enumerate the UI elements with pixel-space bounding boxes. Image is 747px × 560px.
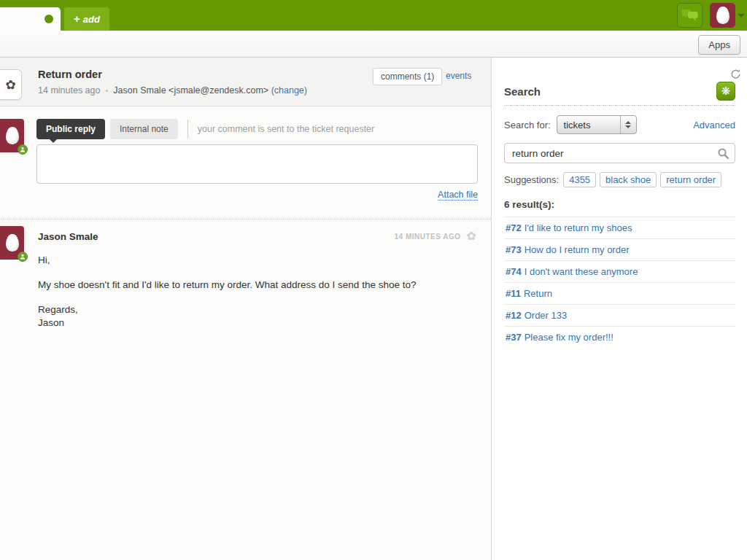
presence-badge-icon — [18, 144, 28, 155]
comment-author: Jason Smale — [38, 231, 98, 242]
result-row[interactable]: #11Return — [504, 282, 735, 304]
refresh-icon[interactable] — [730, 69, 741, 82]
result-id: #74 — [506, 266, 522, 277]
ticket-pane: ✿ Return order 14 minutes ago•Jason Smal… — [0, 58, 492, 560]
search-input-row — [504, 143, 735, 163]
result-title: I'd like to return my shoes — [525, 222, 632, 233]
search-app-header: Search ❋ — [504, 82, 735, 106]
search-type-select[interactable]: tickets — [557, 115, 637, 134]
result-row[interactable]: #73How do I return my order — [504, 238, 735, 260]
apps-button[interactable]: Apps — [698, 35, 740, 55]
add-tab-button[interactable]: +add — [64, 7, 109, 31]
events-tab[interactable]: events — [446, 71, 471, 81]
ticket-requester: Jason Smale <jsmale@zendesk.com> — [113, 85, 268, 96]
egg-avatar-icon — [6, 127, 19, 144]
comment-actions-gear-icon[interactable]: ✿ — [467, 230, 476, 242]
results-list: #72I'd like to return my shoes #73How do… — [504, 217, 735, 348]
search-input[interactable] — [504, 143, 735, 163]
comment-paragraph: Hi, — [38, 254, 476, 267]
comment-paragraph: Regards, Jason — [38, 303, 476, 330]
comments-tab[interactable]: comments (1) — [373, 68, 442, 85]
presence-badge-icon — [18, 252, 28, 262]
search-app-icon: ❋ — [716, 82, 735, 101]
comment-separator — [0, 219, 491, 219]
search-app-title: Search — [504, 85, 541, 98]
result-row[interactable]: #74I don't want these anymore — [504, 260, 735, 282]
result-id: #12 — [506, 310, 522, 321]
ticket-header: ✿ Return order 14 minutes ago•Jason Smal… — [0, 58, 491, 106]
result-title: Return — [524, 288, 552, 299]
comment-item: Jason Smale 14 MINUTES AGO ✿ Hi,My shoe … — [0, 226, 491, 330]
agent-avatar — [0, 119, 24, 152]
result-title: How do I return my order — [525, 244, 630, 255]
commenter-avatar — [0, 226, 24, 260]
search-icon[interactable] — [717, 147, 729, 163]
chat-button[interactable] — [677, 3, 703, 28]
reply-tabs: Public reply Internal note your comment … — [36, 119, 491, 139]
bullet-icon: • — [105, 86, 108, 95]
ticket-status-dot-icon — [44, 15, 53, 23]
suggestions-row: Suggestions: 4355black shoereturn order — [504, 172, 735, 187]
ticket-title: Return order — [38, 69, 102, 80]
gear-icon: ✿ — [5, 79, 15, 91]
result-row[interactable]: #12Order 133 — [504, 304, 735, 326]
result-row[interactable]: #37Please fix my order!!! — [504, 326, 735, 348]
public-reply-tab[interactable]: Public reply — [36, 119, 105, 139]
result-id: #72 — [506, 222, 522, 233]
advanced-search-link[interactable]: Advanced — [693, 120, 735, 131]
comment-timestamp: 14 MINUTES AGO — [395, 233, 461, 241]
tab-divider — [187, 120, 188, 139]
egg-avatar-icon — [6, 234, 19, 252]
result-id: #37 — [506, 332, 522, 343]
internal-note-tab[interactable]: Internal note — [110, 119, 178, 139]
comment-header: Jason Smale 14 MINUTES AGO ✿ — [38, 226, 476, 242]
suggestions-label: Suggestions: — [504, 174, 559, 185]
plus-icon: + — [74, 12, 80, 25]
comment-paragraph: My shoe doesn't fit and I'd like to retu… — [38, 279, 476, 292]
attach-file-link[interactable]: Attach file — [438, 190, 478, 201]
attach-row: Attach file — [36, 187, 478, 201]
active-ticket-tab[interactable] — [0, 7, 61, 31]
add-tab-label: add — [83, 14, 100, 25]
top-bar: +add — [0, 0, 747, 31]
search-type-value: tickets — [557, 120, 620, 131]
secondary-toolbar: Apps — [0, 31, 747, 58]
suggestion-chip[interactable]: 4355 — [563, 172, 596, 187]
result-title: Order 133 — [525, 310, 568, 321]
reply-hint: your comment is sent to the ticket reque… — [198, 124, 374, 134]
result-row[interactable]: #72I'd like to return my shoes — [504, 217, 735, 238]
results-count: 6 result(s): — [504, 199, 735, 210]
user-menu-caret-icon[interactable] — [738, 14, 745, 18]
result-id: #73 — [506, 244, 522, 255]
search-for-label: Search for: — [504, 120, 551, 131]
suggestion-chip[interactable]: black shoe — [600, 172, 657, 187]
change-requester-link[interactable]: (change) — [271, 85, 307, 96]
select-arrows-icon — [620, 116, 636, 133]
search-for-row: Search for: tickets Advanced — [504, 115, 735, 134]
egg-avatar-icon — [716, 7, 729, 24]
chat-bubbles-icon — [681, 9, 698, 22]
reply-editor: Public reply Internal note your comment … — [0, 119, 491, 201]
ticket-meta: 14 minutes ago•Jason Smale <jsmale@zende… — [38, 85, 307, 96]
result-title: Please fix my order!!! — [525, 332, 614, 343]
result-id: #11 — [506, 288, 521, 299]
suggestion-chip[interactable]: return order — [660, 172, 721, 187]
ticket-settings-button[interactable]: ✿ — [0, 69, 22, 100]
comment-textarea[interactable] — [36, 144, 478, 184]
apps-sidebar: Search ❋ Search for: tickets Advanced Su… — [492, 58, 747, 560]
ticket-time: 14 minutes ago — [38, 85, 100, 96]
comment-body: Hi,My shoe doesn't fit and I'd like to r… — [38, 254, 476, 330]
user-avatar-button[interactable] — [710, 3, 735, 28]
result-title: I don't want these anymore — [525, 266, 638, 277]
